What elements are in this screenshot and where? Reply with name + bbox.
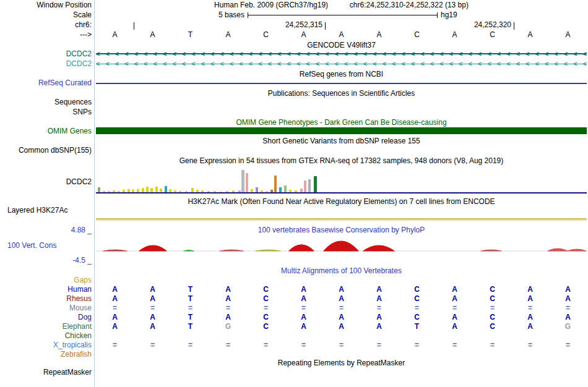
ruler-coordinate: 24,252,320: [463, 21, 511, 29]
scale-bar-line: [248, 15, 438, 15]
publications-snps-label[interactable]: SNPs: [0, 108, 92, 116]
assembly-short-label: hg19: [441, 11, 457, 19]
ruler-coordinate: 24,252,315: [274, 21, 322, 29]
gtex-bar: [284, 185, 287, 192]
ruler-tick: [134, 22, 134, 30]
alignment-base: A: [96, 295, 134, 303]
alignment-base: A: [134, 323, 171, 331]
alignment-base: =: [436, 341, 473, 349]
alignment-base: =: [171, 341, 209, 349]
alignment-base: =: [96, 341, 134, 349]
sequence-base: C: [398, 31, 436, 39]
h3k27ac-track-title[interactable]: H3K27Ac Mark (Often Found Near Active Re…: [96, 198, 587, 206]
multiz-species-label[interactable]: Rhesus: [0, 295, 92, 303]
gtex-bar: [251, 189, 253, 192]
alignment-base: G: [549, 323, 587, 331]
gencode-gene-label-2[interactable]: DCDC2: [0, 60, 92, 68]
minus-strand-arrows-icon: <<<<<<<<<<<<<<<<<<<<<<<<<<<<<<<<<<<<<<<<…: [96, 60, 587, 68]
sequence-base: A: [209, 31, 247, 39]
refseq-curated-label[interactable]: RefSeq Curated: [0, 79, 92, 87]
repeatmasker-label[interactable]: RepeatMasker: [0, 368, 92, 376]
alignment-base: A: [285, 323, 322, 331]
gtex-bar: [295, 190, 297, 192]
scale-bar: [248, 12, 438, 18]
omim-genes-label[interactable]: OMIM Genes: [0, 127, 92, 135]
alignment-base: A: [549, 313, 587, 321]
sequence-base: A: [134, 31, 171, 39]
multiz-track-title[interactable]: Multiz Alignments of 100 Vertebrates: [96, 267, 587, 275]
alignment-base: C: [473, 323, 511, 331]
alignment-base: =: [285, 304, 322, 312]
alignment-base: =: [360, 341, 398, 349]
gtex-bar: [201, 190, 204, 192]
phylop-label[interactable]: 100 Vert. Cons: [0, 242, 92, 250]
alignment-base: A: [511, 295, 549, 303]
omim-gene-bar[interactable]: [96, 127, 587, 134]
alignment-base: =: [511, 341, 549, 349]
gtex-bar: [256, 187, 258, 192]
gtex-bar: [279, 187, 282, 192]
multiz-species-label[interactable]: Gaps: [0, 276, 92, 284]
publications-track-title[interactable]: Publications: Sequences in Scientific Ar…: [96, 90, 587, 98]
position-range: chr6:24,252,310-24,252,322 (13 bp): [350, 1, 469, 9]
gencode-gene-label-1[interactable]: DCDC2: [0, 50, 92, 58]
multiz-species-label[interactable]: Zebrafish: [0, 351, 92, 359]
gencode-track-title[interactable]: GENCODE V49lift37: [96, 41, 587, 49]
gtex-baseline: [96, 192, 587, 194]
alignment-base: C: [398, 295, 436, 303]
h3k27ac-label[interactable]: Layered H3K27Ac: [0, 206, 92, 215]
gtex-bar: [289, 190, 292, 192]
multiz-alignment: GapsHumanAATACAAACACAARhesusAATACAAACACA…: [0, 276, 588, 359]
gtex-bar: [155, 187, 158, 192]
alignment-base: A: [511, 286, 549, 294]
gtex-bar: [132, 190, 134, 192]
alignment-base: C: [247, 313, 285, 321]
refseq-gene-line[interactable]: [96, 83, 587, 84]
omim-track-title[interactable]: OMIM Gene Phenotypes - Dark Green Can Be…: [96, 119, 587, 127]
alignment-base: A: [285, 286, 322, 294]
alignment-base: C: [473, 286, 511, 294]
alignment-base: A: [549, 286, 587, 294]
multiz-species-label[interactable]: Elephant: [0, 323, 92, 331]
sequence-base: A: [360, 31, 398, 39]
phylop-axis-min: -4.5 _: [0, 257, 92, 265]
phylop-conservation-plot[interactable]: [96, 232, 587, 259]
ruler-tick: [325, 22, 326, 30]
dbsnp-track-title[interactable]: Short Genetic Variants from dbSNP releas…: [96, 137, 587, 145]
alignment-base: =: [473, 304, 511, 312]
multiz-species-label[interactable]: Mouse: [0, 304, 92, 312]
multiz-species-label[interactable]: Dog: [0, 313, 92, 321]
gtex-expression-chart[interactable]: [96, 165, 587, 194]
alignment-base: A: [360, 313, 398, 321]
refseq-track-title[interactable]: RefSeq genes from NCBI: [96, 70, 587, 79]
gtex-gene-label[interactable]: DCDC2: [0, 178, 92, 186]
alignment-base: A: [322, 286, 360, 294]
alignment-base: =: [209, 304, 247, 312]
gtex-track-title[interactable]: Gene Expression in 54 tissues from GTEx …: [96, 157, 587, 165]
alignment-base: T: [171, 295, 209, 303]
alignment-base: A: [511, 323, 549, 331]
gtex-bar: [118, 191, 120, 192]
alignment-base: G: [209, 323, 247, 331]
base-position-ruler: 24,252,31524,252,320: [96, 20, 587, 30]
multiz-species-label[interactable]: X_tropicalis: [0, 341, 92, 349]
repeatmasker-track-title[interactable]: Repeating Elements by RepeatMasker: [96, 359, 587, 367]
gencode-gene-1[interactable]: <<<<<<<<<<<<<<<<<<<<<<<<<<<<<<<<<<<<<<<<…: [96, 50, 587, 58]
multiz-species-label[interactable]: Human: [0, 286, 92, 294]
gtex-bar: [207, 191, 210, 192]
gencode-gene-2[interactable]: <<<<<<<<<<<<<<<<<<<<<<<<<<<<<<<<<<<<<<<<…: [96, 60, 587, 68]
multiz-species-label[interactable]: Chicken: [0, 332, 92, 340]
gtex-bar: [241, 170, 244, 192]
dbsnp-label[interactable]: Common dbSNP(155): [0, 147, 92, 155]
minus-strand-arrows-icon: <<<<<<<<<<<<<<<<<<<<<<<<<<<<<<<<<<<<<<<<…: [96, 50, 587, 58]
alignment-base: A: [436, 286, 473, 294]
publications-sequences-label[interactable]: Sequences: [0, 98, 92, 106]
alignment-base: =: [549, 341, 587, 349]
alignment-base: A: [322, 313, 360, 321]
sequence-base: A: [285, 31, 322, 39]
gtex-bar: [98, 187, 100, 192]
h3k27ac-signal-line-2: [96, 219, 587, 221]
alignment-base: A: [209, 286, 247, 294]
alignment-base: A: [436, 295, 473, 303]
gtex-bar: [150, 188, 153, 192]
